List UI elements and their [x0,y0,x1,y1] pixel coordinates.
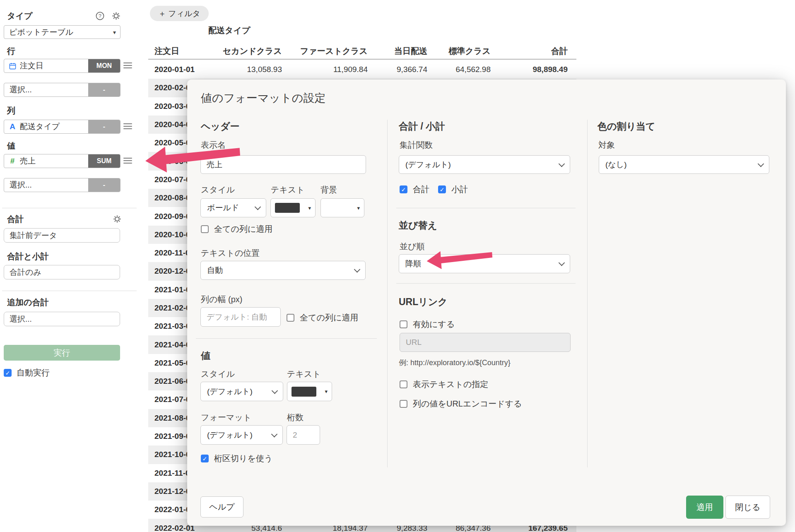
width-apply-all-checkbox[interactable]: ✓ [287,314,294,322]
aggregate-function-select[interactable]: (デフォルト) [399,155,570,174]
total-mode-value: 集計前データ [10,230,57,241]
column-header[interactable]: ファーストクラス [282,46,368,57]
numeric-type-icon: # [8,156,17,166]
divider [196,338,377,339]
help-icon[interactable]: ? [95,11,105,22]
total-label: 合計 [7,214,24,225]
total-option[interactable]: ✓ 合計 [400,184,429,195]
row-select-field[interactable]: 選択... - [4,83,120,97]
column-header-date[interactable]: 注文日 [148,46,212,57]
value-style-value: (デフォルト) [207,386,253,397]
column-field-name: 配送タイプ [20,121,88,132]
sort-section-heading: 並び替え [399,219,437,232]
aggregate-function-value: (デフォルト) [405,159,451,170]
url-enable-option[interactable]: ✓ 有効にする [400,319,455,330]
column-header[interactable]: 当日配送 [368,46,427,57]
total-gear-icon[interactable] [113,214,122,225]
help-button[interactable]: ヘルプ [200,496,243,518]
thousand-separator-label: 桁区切りを使う [214,453,272,464]
table-header-row: 注文日 セカンドクラス ファーストクラス 当日配送 標準クラス 合計 [148,43,576,60]
gear-icon[interactable] [111,11,121,22]
total-subtotal-label: 合計と小計 [7,251,48,262]
value-select-badge: - [88,178,120,192]
display-text-label: 表示テキストの指定 [413,379,488,390]
column-header[interactable]: セカンドクラス [212,46,282,57]
thousand-separator-checkbox[interactable]: ✓ [201,455,209,462]
value-field-badge[interactable]: SUM [88,154,120,168]
format-select[interactable]: (デフォルト) [200,425,283,445]
value-field-menu-icon[interactable] [123,158,132,164]
text-position-select[interactable]: 自動 [200,261,366,280]
filter-button-label: ＋ フィルタ [158,8,200,19]
aggregate-function-label: 集計関数 [400,140,433,151]
display-text-option[interactable]: ✓ 表示テキストの指定 [400,379,488,390]
total-mode-select[interactable]: 集計前データ [4,228,120,243]
value-select-field[interactable]: 選択... - [4,178,120,192]
run-button[interactable]: 実行 [4,345,120,361]
value-style-label: スタイル [201,368,235,380]
subtotal-option[interactable]: ✓ 小計 [438,184,468,195]
subtotal-checkbox[interactable]: ✓ [438,185,446,193]
column-field-menu-icon[interactable] [123,123,132,129]
header-apply-all-option[interactable]: ✓ 全ての列に適用 [201,224,272,235]
chevron-down-icon: ▾ [325,388,328,395]
cell-value-total: 98,898.49 [491,65,568,74]
cell-value: 9,366.74 [368,65,427,74]
table-row: 2020-01-01 13,058.93 11,909.84 9,366.74 … [148,60,576,79]
row-field[interactable]: 注文日 MON [4,59,120,73]
url-encode-checkbox[interactable]: ✓ [400,400,407,408]
column-header[interactable]: 標準クラス [427,46,491,57]
column-field[interactable]: A 配送タイプ - [4,120,120,134]
color-section-heading: 色の割り当て [597,120,655,133]
value-field[interactable]: # 売上 SUM [4,154,120,168]
header-bg-color-picker[interactable]: ▾ [320,198,364,217]
header-section-heading: ヘッダー [201,120,240,133]
format-label: フォーマット [201,412,251,423]
format-value: (デフォルト) [207,430,253,441]
row-field-name: 注文日 [20,60,88,71]
header-apply-all-label: 全ての列に適用 [214,224,272,235]
chart-type-select[interactable]: ピボットテーブル ▾ [4,25,120,39]
cell-value: 11,909.84 [282,65,368,74]
row-field-badge[interactable]: MON [88,59,120,72]
width-apply-all-option[interactable]: ✓ 全ての列に適用 [287,312,358,323]
divider [587,120,588,467]
value-text-color-picker[interactable]: ▾ [287,382,332,401]
auto-run-label: 自動実行 [17,367,50,378]
url-encode-label: 列の値をURLエンコードする [413,398,522,409]
display-text-checkbox[interactable]: ✓ [400,380,407,388]
url-enable-checkbox[interactable]: ✓ [400,320,407,328]
chart-settings-sidebar: タイプ ? ピボットテーブル ▾ 行 注文日 MON 選択... - 列 A 配… [0,0,141,532]
header-style-select[interactable]: ボールド [200,198,266,217]
digits-input[interactable] [287,425,320,445]
chevron-down-icon [272,388,278,394]
add-filter-button[interactable]: ＋ フィルタ [150,6,209,21]
svg-text:?: ? [99,13,101,19]
row-field-menu-icon[interactable] [123,63,132,68]
width-apply-all-label: 全ての列に適用 [300,312,358,323]
auto-run-option[interactable]: ✓ 自動実行 [4,367,50,378]
additional-total-select[interactable]: 選択... [4,312,120,326]
column-header-total[interactable]: 合計 [491,46,568,57]
chevron-down-icon [354,266,361,273]
calendar-icon [8,62,17,70]
color-target-select[interactable]: (なし) [599,155,769,174]
header-apply-all-checkbox[interactable]: ✓ [201,225,209,233]
sort-order-label: 並び順 [400,241,424,252]
url-input[interactable] [400,333,571,352]
total-checkbox[interactable]: ✓ [400,185,407,193]
url-encode-option[interactable]: ✓ 列の値をURLエンコードする [400,398,522,409]
column-width-label: 列の幅 (px) [201,294,242,305]
column-width-input[interactable] [200,307,281,327]
thousand-separator-option[interactable]: ✓ 桁区切りを使う [201,453,272,464]
divider [387,120,388,467]
header-text-color-picker[interactable]: ▾ [270,198,316,217]
total-subtotal-select[interactable]: 合計のみ [4,265,120,279]
auto-run-checkbox[interactable]: ✓ [4,369,12,377]
column-field-badge[interactable]: - [88,120,120,133]
value-style-select[interactable]: (デフォルト) [200,382,283,401]
close-button[interactable]: 閉じる [725,496,770,519]
chevron-down-icon [559,260,565,266]
total-checkbox-label: 合計 [413,184,429,195]
apply-button[interactable]: 適用 [686,496,723,519]
